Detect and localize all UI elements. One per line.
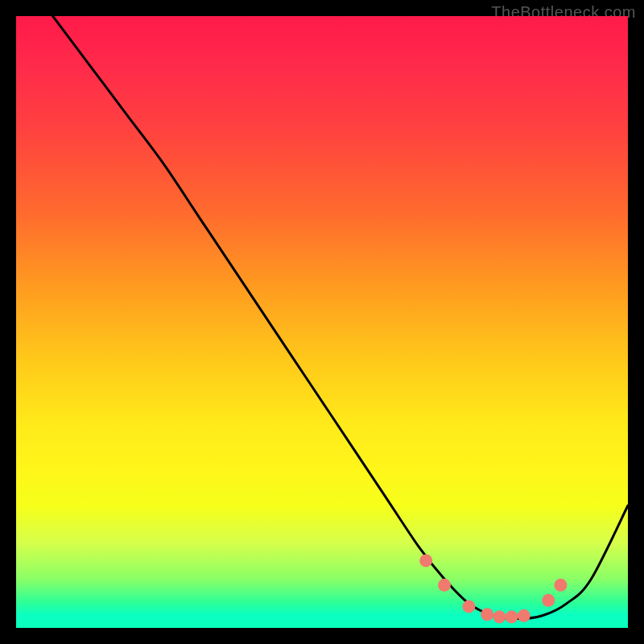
marker-dot	[542, 594, 555, 607]
marker-dot	[554, 579, 567, 592]
plot-area	[16, 16, 628, 628]
marker-group	[419, 554, 567, 623]
marker-dot	[438, 579, 451, 592]
marker-dot	[493, 610, 506, 623]
chart-frame: TheBottleneck.com	[0, 0, 644, 644]
curve-svg	[16, 16, 628, 628]
marker-dot	[462, 600, 475, 613]
marker-dot	[419, 554, 432, 567]
marker-dot	[506, 610, 518, 623]
marker-dot	[518, 609, 530, 622]
bottleneck-curve	[53, 16, 628, 619]
marker-dot	[481, 608, 493, 621]
